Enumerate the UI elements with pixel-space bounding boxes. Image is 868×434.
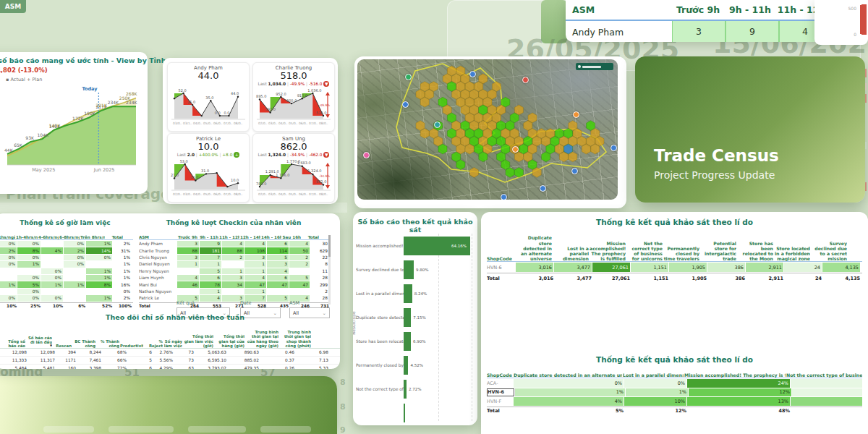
map-poi-marker[interactable] — [610, 145, 617, 151]
table-row[interactable]: HVN-61%1%12%0% — [487, 388, 862, 397]
weekly-cell: 11,333 — [2, 357, 28, 364]
coverage-title: u vs số báo cáo mang về ước tính - View … — [0, 56, 146, 64]
coverage-legend-label: Actual + Plan — [10, 77, 42, 82]
bar-value-label: 4.52% — [410, 363, 422, 367]
table-row[interactable]: 0%0% — [0, 289, 133, 294]
kpi-value: 10.0 — [168, 142, 249, 152]
map-poi-marker[interactable] — [501, 194, 507, 200]
kpi-sparkline[interactable]: 780.01,291.01,156.01,770.01,683.01,324.0… — [255, 158, 332, 198]
bar[interactable] — [404, 404, 405, 422]
bar-row[interactable]: Duplicate store detected...7.15% — [356, 305, 475, 329]
table-row[interactable]: 1%5%1%1%8%16% — [0, 281, 133, 287]
table-row[interactable]: 0%0%0%0%1% — [0, 255, 133, 260]
map-poi-marker[interactable] — [571, 168, 578, 174]
bar-row[interactable]: Survey declined due to a...9.80% — [356, 258, 475, 281]
table-row[interactable]: Liam Huynh46346528 — [139, 275, 331, 281]
kpi-last-line: Last 1,034.0 | -49.9% | -516.0 ▼ — [253, 81, 334, 87]
coverage-line-chart[interactable]: Today44K65K93K104K140K172K190K217K234K23… — [3, 82, 140, 176]
chevron-down-icon: ⌄ — [323, 310, 326, 316]
table-row[interactable]: 0%1%0%1% — [0, 261, 133, 267]
map-poi-marker[interactable] — [512, 146, 519, 153]
kpi-sparkline[interactable]: 895.0592.0952.0800.0915.01,036.0518.002/… — [255, 87, 332, 127]
heat-cell: 1% — [515, 388, 625, 397]
table-row[interactable]: 2%8%4%2%14%31% — [0, 247, 133, 253]
bar[interactable] — [404, 380, 407, 399]
map-poi-marker[interactable] — [540, 185, 546, 192]
table-row[interactable]: Mani Bui467834474747299 — [139, 281, 331, 287]
heat-cell: 1% — [113, 261, 132, 267]
bar-row[interactable]: Mission accomplished! T...64.16% — [356, 234, 475, 258]
table-row[interactable]: 0%0%1%1% — [0, 275, 133, 281]
total-cell: 386 — [709, 273, 746, 283]
table-row[interactable]: Daniel Nguyen111328 — [139, 261, 331, 267]
column-header: ShopCode — [487, 373, 513, 378]
table-row[interactable]: Nathan Nguyen112 — [139, 289, 331, 294]
reason-table2[interactable]: ShopCodeDuplicate store detected in an a… — [487, 368, 862, 415]
total-cell: Total — [487, 273, 516, 283]
bar-row[interactable]: Lost in a parallel dimensi...8.24% — [356, 281, 475, 305]
bar[interactable] — [404, 260, 414, 279]
table-row[interactable]: Andy Pham39446430 — [139, 241, 331, 247]
bar-track: 4.52% — [404, 356, 473, 375]
map-poi-marker[interactable] — [469, 71, 476, 77]
bar[interactable] — [404, 332, 411, 351]
bar-row[interactable]: Not the correct type of b...2.72% — [356, 377, 475, 401]
weekly-row[interactable]: 5,4845,4811603,39872%64.29%633,793.02479… — [0, 365, 340, 369]
bar-row[interactable]: Store has been relocated...6.90% — [356, 329, 475, 353]
map-poi-marker[interactable] — [402, 101, 409, 108]
heat-cell: 7 — [200, 255, 221, 260]
kpi-card-andy-pham[interactable]: Andy Pham44.052.025.035.00.00.044.003/0.… — [167, 62, 250, 132]
table-row[interactable]: Charlie Truong881818810811450629 — [139, 247, 331, 253]
svg-text:07/0..: 07/0.. — [309, 122, 318, 125]
weekly-cell: 73 — [175, 349, 195, 356]
checkin-scrollbar[interactable] — [328, 235, 331, 305]
table-row[interactable]: 0%1%1% — [0, 268, 133, 274]
kpi-sparkline[interactable]: 21.053.016.031.010.002/0..03/0..04/0..05… — [170, 158, 247, 198]
heat-cell: 27,061 — [592, 263, 630, 272]
map-poi-marker[interactable] — [573, 111, 579, 118]
bar[interactable] — [404, 284, 412, 303]
heat-cell: 88 — [177, 247, 199, 253]
heat-cell: 1% — [86, 268, 112, 274]
scrollbar-thumb[interactable] — [328, 235, 331, 257]
map-poi-marker[interactable] — [363, 152, 370, 158]
svg-text:31.0: 31.0 — [201, 169, 209, 173]
table-row[interactable]: HVN-F4%10%13%6% — [487, 397, 862, 406]
bar-row[interactable]: Permanently closed by ti...4.52% — [356, 353, 475, 377]
bar[interactable] — [404, 308, 411, 327]
svg-text:May 2025: May 2025 — [32, 167, 55, 173]
kpi-card-charlie-truong[interactable]: Charlie Truong518.0Last 1,034.0 | -49.9%… — [252, 62, 335, 132]
kpi-card-sam-ung[interactable]: Sam Ung862.0Last 1,324.0 | -34.9% | -462… — [252, 133, 335, 203]
heat-cell: 34 — [222, 281, 244, 287]
heat-cell: 24 — [784, 263, 822, 272]
checkin-table[interactable]: ASMTrước 9h9h - 11h11h - 12h12h - 14h14h… — [139, 231, 331, 309]
map-poi-marker[interactable] — [405, 74, 412, 80]
map-badge[interactable] — [576, 63, 613, 70]
asm-cell: 9 — [726, 21, 779, 42]
kpi-sparkline[interactable]: 52.025.035.00.00.044.003/0..03/1..04/0..… — [170, 87, 247, 127]
hexbin-overlay[interactable] — [357, 59, 618, 200]
table-row[interactable]: ACA-0%0%24%0% — [487, 379, 862, 388]
sort-indicator[interactable]: ▼ — [26, 344, 52, 348]
table-row[interactable]: Chris Nguyen37235222 — [139, 255, 331, 260]
map-poi-marker[interactable] — [434, 122, 441, 128]
map-poi-marker[interactable] — [522, 77, 529, 83]
bar-track: 64.16% — [404, 237, 473, 255]
workhours-table[interactable]: <1hs/ngày1h-4hrs/ngày4-6hrs/ngày6-8hrs/n… — [0, 231, 133, 309]
satellite-imagery[interactable] — [357, 59, 618, 200]
heat-cell: 114 — [267, 247, 289, 253]
bar[interactable] — [404, 356, 408, 375]
weekly-table[interactable]: ASMTổng số báo cáoSố báo cáo đi lần đầu▼… — [0, 323, 340, 369]
weekly-row[interactable]: 11,33311,31711717,46166%55.56%736,595.10… — [0, 357, 340, 365]
asm-table-row[interactable]: Andy Pham394 — [566, 21, 820, 42]
table-row[interactable]: 0%0%0%1%2% — [0, 241, 133, 247]
reason-table1[interactable]: ShopCodeDuplicate store detected in an a… — [487, 231, 862, 283]
bar-row[interactable] — [356, 401, 475, 425]
table-row[interactable]: Henry Nguyen511411 — [139, 268, 331, 274]
weekly-row[interactable]: 12,09812,0983948,24468%62.76%735,063.638… — [0, 349, 340, 357]
kpi-card-patrick-le[interactable]: Patrick Le10.0Last 2.0 | +400.0% | +8.0 … — [167, 133, 250, 203]
bg-num-9: 9 — [340, 425, 346, 434]
table-row[interactable]: HVN-63,0163,47727,0611,1511,9053862,9112… — [487, 263, 862, 272]
weekly-col-header: Trung bình thời gian tại shop thành công… — [279, 330, 311, 348]
heat-cell: 4 — [244, 275, 266, 281]
